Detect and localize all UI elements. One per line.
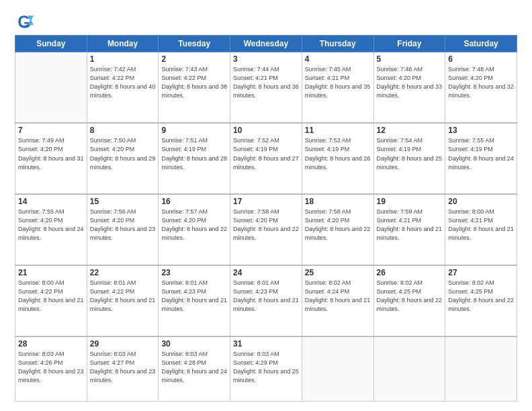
day-info: Sunrise: 8:01 AM Sunset: 4:23 PM Dayligh… [161, 279, 227, 314]
day-info: Sunrise: 7:50 AM Sunset: 4:20 PM Dayligh… [90, 136, 156, 171]
day-info: Sunrise: 7:58 AM Sunset: 4:20 PM Dayligh… [305, 208, 371, 242]
day-number: 12 [377, 126, 443, 135]
day-info: Sunrise: 8:01 AM Sunset: 4:23 PM Dayligh… [233, 279, 299, 314]
day-info: Sunrise: 7:51 AM Sunset: 4:19 PM Dayligh… [161, 136, 227, 171]
day-number: 23 [161, 268, 227, 277]
calendar-cell: 8 Sunrise: 7:50 AM Sunset: 4:20 PM Dayli… [87, 123, 159, 194]
day-info: Sunrise: 7:44 AM Sunset: 4:21 PM Dayligh… [233, 65, 299, 100]
logo [15, 12, 36, 31]
day-info: Sunrise: 7:48 AM Sunset: 4:20 PM Dayligh… [448, 65, 514, 100]
calendar-cell: 25 Sunrise: 8:02 AM Sunset: 4:24 PM Dayl… [302, 265, 373, 336]
calendar-cell: 21 Sunrise: 8:00 AM Sunset: 4:22 PM Dayl… [15, 265, 87, 336]
calendar-week-row: 14 Sunrise: 7:55 AM Sunset: 4:20 PM Dayl… [15, 194, 517, 265]
day-number: 7 [18, 126, 84, 135]
calendar-cell: 4 Sunrise: 7:45 AM Sunset: 4:21 PM Dayli… [302, 52, 373, 124]
calendar-cell: 10 Sunrise: 7:52 AM Sunset: 4:19 PM Dayl… [230, 123, 302, 194]
calendar-cell: 14 Sunrise: 7:55 AM Sunset: 4:20 PM Dayl… [15, 194, 87, 265]
calendar-cell: 17 Sunrise: 7:58 AM Sunset: 4:20 PM Dayl… [230, 194, 302, 265]
calendar-cell [373, 336, 445, 401]
calendar-cell: 5 Sunrise: 7:46 AM Sunset: 4:20 PM Dayli… [373, 52, 445, 124]
day-number: 11 [305, 126, 371, 135]
day-number: 1 [90, 54, 156, 64]
calendar-header-monday: Monday [87, 36, 159, 52]
day-info: Sunrise: 8:02 AM Sunset: 4:25 PM Dayligh… [377, 279, 443, 314]
day-number: 22 [90, 268, 156, 277]
day-number: 16 [161, 197, 227, 206]
day-info: Sunrise: 8:02 AM Sunset: 4:24 PM Dayligh… [305, 279, 371, 314]
day-number: 31 [233, 339, 299, 349]
day-info: Sunrise: 8:03 AM Sunset: 4:28 PM Dayligh… [161, 350, 227, 385]
calendar-table: SundayMondayTuesdayWednesdayThursdayFrid… [15, 35, 517, 402]
calendar-cell: 9 Sunrise: 7:51 AM Sunset: 4:19 PM Dayli… [159, 123, 230, 194]
calendar-cell: 27 Sunrise: 8:02 AM Sunset: 4:25 PM Dayl… [445, 265, 517, 336]
day-number: 30 [161, 339, 227, 349]
calendar-cell: 11 Sunrise: 7:53 AM Sunset: 4:19 PM Dayl… [302, 123, 373, 194]
day-info: Sunrise: 8:02 AM Sunset: 4:25 PM Dayligh… [448, 279, 514, 314]
calendar-header-row: SundayMondayTuesdayWednesdayThursdayFrid… [15, 36, 517, 52]
calendar-cell: 13 Sunrise: 7:55 AM Sunset: 4:19 PM Dayl… [445, 123, 517, 194]
day-info: Sunrise: 8:03 AM Sunset: 4:29 PM Dayligh… [233, 350, 299, 385]
calendar-week-row: 21 Sunrise: 8:00 AM Sunset: 4:22 PM Dayl… [15, 265, 517, 336]
calendar-cell: 15 Sunrise: 7:56 AM Sunset: 4:20 PM Dayl… [87, 194, 159, 265]
day-number: 26 [377, 268, 443, 277]
calendar-cell [302, 336, 373, 401]
day-number: 10 [233, 126, 299, 135]
day-number: 24 [233, 268, 299, 277]
day-info: Sunrise: 7:49 AM Sunset: 4:20 PM Dayligh… [18, 136, 84, 171]
day-number: 2 [161, 54, 227, 64]
day-number: 5 [377, 54, 443, 64]
day-info: Sunrise: 8:03 AM Sunset: 4:27 PM Dayligh… [90, 350, 156, 385]
day-number: 14 [18, 197, 84, 206]
calendar-header-tuesday: Tuesday [159, 36, 230, 52]
day-number: 9 [161, 126, 227, 135]
day-number: 3 [233, 54, 299, 64]
calendar-cell: 2 Sunrise: 7:43 AM Sunset: 4:22 PM Dayli… [159, 52, 230, 124]
day-info: Sunrise: 7:58 AM Sunset: 4:20 PM Dayligh… [233, 208, 299, 242]
day-info: Sunrise: 7:52 AM Sunset: 4:19 PM Dayligh… [233, 136, 299, 171]
day-info: Sunrise: 7:53 AM Sunset: 4:19 PM Dayligh… [305, 136, 371, 171]
calendar-cell: 19 Sunrise: 7:59 AM Sunset: 4:21 PM Dayl… [373, 194, 445, 265]
day-number: 13 [448, 126, 514, 135]
calendar-cell: 30 Sunrise: 8:03 AM Sunset: 4:28 PM Dayl… [159, 336, 230, 401]
day-number: 17 [233, 197, 299, 206]
calendar-cell: 29 Sunrise: 8:03 AM Sunset: 4:27 PM Dayl… [87, 336, 159, 401]
day-number: 18 [305, 197, 371, 206]
calendar-cell: 26 Sunrise: 8:02 AM Sunset: 4:25 PM Dayl… [373, 265, 445, 336]
day-number: 4 [305, 54, 371, 64]
day-info: Sunrise: 8:01 AM Sunset: 4:22 PM Dayligh… [90, 279, 156, 314]
day-info: Sunrise: 8:03 AM Sunset: 4:26 PM Dayligh… [18, 350, 84, 385]
calendar-cell: 16 Sunrise: 7:57 AM Sunset: 4:20 PM Dayl… [159, 194, 230, 265]
day-number: 27 [448, 268, 514, 277]
day-info: Sunrise: 7:43 AM Sunset: 4:22 PM Dayligh… [161, 65, 227, 100]
day-info: Sunrise: 7:57 AM Sunset: 4:20 PM Dayligh… [161, 208, 227, 242]
day-number: 29 [90, 339, 156, 349]
day-info: Sunrise: 8:00 AM Sunset: 4:22 PM Dayligh… [18, 279, 84, 314]
day-info: Sunrise: 7:55 AM Sunset: 4:19 PM Dayligh… [448, 136, 514, 171]
day-info: Sunrise: 7:59 AM Sunset: 4:21 PM Dayligh… [377, 208, 443, 242]
day-number: 28 [18, 339, 84, 349]
calendar-cell: 6 Sunrise: 7:48 AM Sunset: 4:20 PM Dayli… [445, 52, 517, 124]
day-number: 20 [448, 197, 514, 206]
calendar-header-friday: Friday [373, 36, 445, 52]
header [15, 12, 517, 31]
calendar-cell: 20 Sunrise: 8:00 AM Sunset: 4:21 PM Dayl… [445, 194, 517, 265]
calendar-week-row: 1 Sunrise: 7:42 AM Sunset: 4:22 PM Dayli… [15, 52, 517, 124]
calendar-cell: 28 Sunrise: 8:03 AM Sunset: 4:26 PM Dayl… [15, 336, 87, 401]
calendar-header-sunday: Sunday [15, 36, 87, 52]
calendar-cell: 24 Sunrise: 8:01 AM Sunset: 4:23 PM Dayl… [230, 265, 302, 336]
day-info: Sunrise: 7:55 AM Sunset: 4:20 PM Dayligh… [18, 208, 84, 242]
calendar-cell: 23 Sunrise: 8:01 AM Sunset: 4:23 PM Dayl… [159, 265, 230, 336]
day-number: 6 [448, 54, 514, 64]
day-info: Sunrise: 7:45 AM Sunset: 4:21 PM Dayligh… [305, 65, 371, 100]
page: SundayMondayTuesdayWednesdayThursdayFrid… [0, 0, 532, 411]
calendar-cell: 12 Sunrise: 7:54 AM Sunset: 4:19 PM Dayl… [373, 123, 445, 194]
calendar-cell: 22 Sunrise: 8:01 AM Sunset: 4:22 PM Dayl… [87, 265, 159, 336]
calendar-cell [15, 52, 87, 124]
day-number: 19 [377, 197, 443, 206]
day-number: 21 [18, 268, 84, 277]
calendar-cell: 7 Sunrise: 7:49 AM Sunset: 4:20 PM Dayli… [15, 123, 87, 194]
day-info: Sunrise: 7:54 AM Sunset: 4:19 PM Dayligh… [377, 136, 443, 171]
day-number: 25 [305, 268, 371, 277]
day-info: Sunrise: 7:46 AM Sunset: 4:20 PM Dayligh… [377, 65, 443, 100]
day-number: 8 [90, 126, 156, 135]
